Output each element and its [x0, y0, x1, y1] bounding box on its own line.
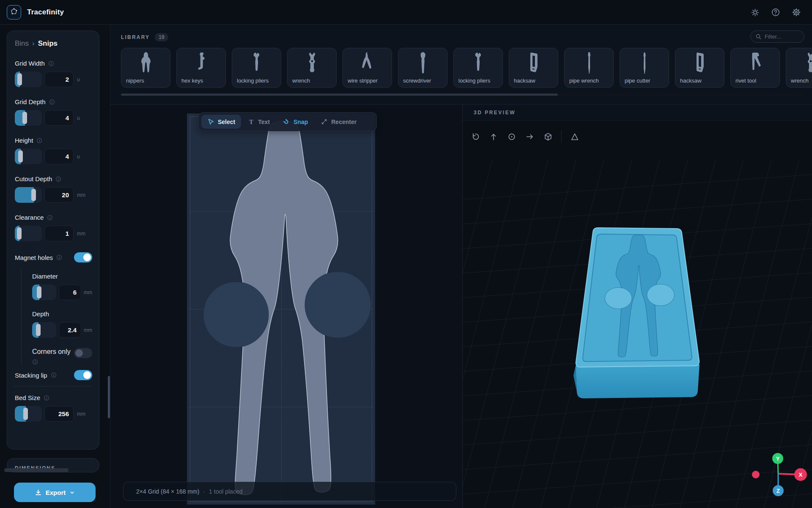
horizontal-scrollbar[interactable] — [4, 468, 69, 472]
tool-text-button[interactable]: TText — [242, 115, 276, 129]
status-separator: · — [203, 488, 205, 495]
library-card[interactable]: wrench — [287, 48, 337, 88]
grid-width-unit: u — [77, 77, 80, 83]
export-button[interactable]: Export — [14, 483, 96, 502]
sidebar-scrollbar[interactable] — [108, 376, 110, 418]
library-card[interactable]: pipe cutter — [620, 48, 669, 88]
magnet-depth-slider[interactable] — [32, 322, 56, 338]
breadcrumb-bins[interactable]: Bins — [15, 39, 29, 48]
top-view-icon[interactable] — [505, 130, 518, 144]
info-icon[interactable]: i — [51, 372, 57, 378]
finger-cutout-circle[interactable] — [203, 282, 269, 347]
export-label: Export — [46, 489, 66, 496]
cutout-depth-value[interactable]: 20 — [44, 187, 74, 203]
grid-depth-slider[interactable] — [15, 110, 42, 126]
filter-box[interactable] — [750, 30, 804, 43]
library-scrollbar-thumb[interactable] — [121, 94, 558, 96]
arrow-right-icon[interactable] — [523, 130, 537, 144]
slider-handle[interactable] — [23, 408, 28, 420]
library-card[interactable]: nippers — [121, 48, 170, 88]
grid-depth-value[interactable]: 4 — [44, 110, 74, 126]
library-card[interactable]: wrench — [786, 48, 812, 88]
tool-label: Select — [218, 119, 235, 125]
3d-viewport[interactable]: Y X Z — [463, 105, 812, 508]
arrow-up-icon[interactable] — [487, 130, 500, 144]
cursor-icon — [207, 118, 214, 125]
library-card[interactable]: locking pliers — [232, 48, 281, 88]
grid-depth-unit: u — [77, 115, 80, 121]
app-logo[interactable] — [7, 5, 21, 19]
info-icon[interactable]: i — [32, 359, 38, 365]
tool-snap-button[interactable]: Snap — [277, 115, 314, 129]
height-slider[interactable] — [15, 149, 42, 164]
library-card[interactable]: hacksaw — [509, 48, 558, 88]
magnet-diameter-slider[interactable] — [32, 284, 56, 300]
tray-3d-model[interactable] — [573, 228, 700, 398]
library-card-label: pipe cutter — [625, 77, 650, 84]
slider-handle[interactable] — [37, 286, 41, 298]
slider-handle[interactable] — [17, 227, 22, 240]
finger-cutout-circle[interactable] — [305, 272, 371, 338]
library-card-label: hex keys — [181, 77, 203, 84]
cutout-depth-slider[interactable] — [15, 187, 42, 203]
bin-artboard[interactable] — [187, 113, 375, 505]
chevron-down-icon — [69, 490, 75, 495]
magnet-diameter-param: Diameter6mm — [32, 273, 92, 300]
library-card-label: nippers — [126, 77, 144, 84]
tool-select-button[interactable]: Select — [201, 115, 241, 129]
canvas[interactable]: SelectTTextSnapRecenter 2×4 Grid (84 × 1… — [110, 105, 463, 508]
bed-size-slider[interactable] — [15, 406, 42, 422]
preview-panel[interactable]: Y X Z 3D PREVIEW — [463, 105, 812, 508]
library-card[interactable]: locking pliers — [453, 48, 503, 88]
bed-size-value[interactable]: 256 — [44, 406, 74, 422]
slider-handle[interactable] — [22, 112, 27, 124]
library-card[interactable]: wire stripper — [343, 48, 392, 88]
library-card[interactable]: hacksaw — [675, 48, 724, 88]
clearance-value[interactable]: 1 — [44, 226, 74, 241]
info-icon[interactable]: i — [44, 395, 49, 401]
rotate-ccw-icon[interactable] — [469, 130, 482, 144]
info-icon[interactable]: i — [47, 215, 53, 221]
grid-width-value[interactable]: 2 — [44, 72, 74, 87]
magnet-depth-label: Depth — [32, 310, 49, 318]
library-card[interactable]: screwdriver — [398, 48, 447, 88]
sidebar: Bins › Snips Grid Widthi2u Grid Depthi4u… — [7, 30, 99, 450]
info-icon[interactable]: i — [49, 99, 55, 105]
finger-cutout-3d — [605, 287, 632, 309]
clearance-slider[interactable] — [15, 226, 42, 241]
library-card[interactable]: rivet tool — [730, 48, 780, 88]
info-icon[interactable]: i — [56, 254, 62, 260]
library-card-label: wrench — [292, 77, 310, 84]
library-card[interactable]: pipe wrench — [564, 48, 614, 88]
prism-icon[interactable] — [568, 130, 582, 144]
library-scrollbar[interactable] — [121, 94, 804, 96]
info-icon[interactable]: i — [36, 138, 42, 144]
stacking-lip-label: Stacking lip — [15, 372, 47, 379]
settings-icon[interactable] — [792, 8, 801, 17]
filter-input[interactable] — [765, 33, 798, 40]
height-unit: u — [77, 154, 80, 160]
library-card[interactable]: hex keys — [176, 48, 226, 88]
cutout-depth-unit: mm — [77, 192, 85, 198]
magnet-holes-toggle[interactable] — [74, 252, 92, 262]
app-window: Tracefinity — [0, 0, 812, 508]
tools-placed-status: 1 tool placed — [209, 488, 242, 495]
slider-handle[interactable] — [36, 324, 41, 336]
info-icon[interactable]: i — [55, 176, 61, 182]
magnet-depth-value[interactable]: 2.4 — [59, 322, 81, 338]
tool-recenter-button[interactable]: Recenter — [315, 115, 362, 129]
axis-gizmo[interactable]: Y X Z — [752, 453, 807, 496]
magnet-diameter-value[interactable]: 6 — [59, 284, 81, 300]
help-icon[interactable] — [771, 8, 780, 17]
slider-handle[interactable] — [31, 189, 36, 201]
grid-width-slider[interactable] — [15, 72, 42, 87]
stacking-lip-toggle[interactable] — [74, 370, 92, 380]
info-icon[interactable]: i — [48, 61, 54, 66]
slider-handle[interactable] — [18, 150, 23, 163]
cube-icon[interactable] — [541, 130, 555, 144]
corners-only-toggle[interactable] — [74, 348, 92, 358]
height-value[interactable]: 4 — [44, 149, 74, 164]
theme-icon[interactable] — [750, 8, 760, 17]
bed-size-label: Bed Size — [15, 394, 40, 401]
slider-handle[interactable] — [17, 73, 22, 86]
